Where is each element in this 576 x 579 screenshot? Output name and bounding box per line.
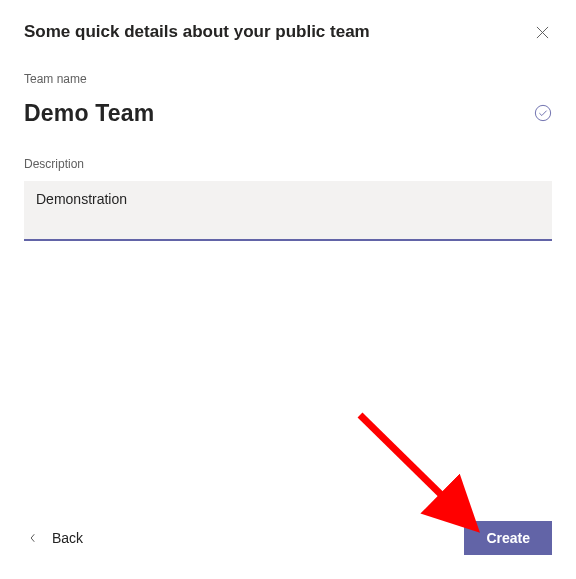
create-team-dialog: Some quick details about your public tea… <box>0 0 576 579</box>
close-icon <box>536 26 549 39</box>
dialog-footer: Back Create <box>24 521 552 555</box>
dialog-title: Some quick details about your public tea… <box>24 20 370 44</box>
description-label: Description <box>24 157 552 171</box>
checkmark-icon <box>534 104 552 122</box>
team-name-label: Team name <box>24 72 552 86</box>
back-button-label: Back <box>52 530 83 546</box>
svg-line-4 <box>360 415 470 523</box>
close-button[interactable] <box>532 22 552 42</box>
svg-point-2 <box>535 106 550 121</box>
back-button[interactable]: Back <box>24 524 87 552</box>
team-name-row: Demo Team <box>24 100 552 127</box>
dialog-header: Some quick details about your public tea… <box>24 20 552 44</box>
chevron-left-icon <box>28 533 38 543</box>
description-input[interactable] <box>24 181 552 241</box>
team-name-input[interactable]: Demo Team <box>24 100 154 127</box>
create-button[interactable]: Create <box>464 521 552 555</box>
